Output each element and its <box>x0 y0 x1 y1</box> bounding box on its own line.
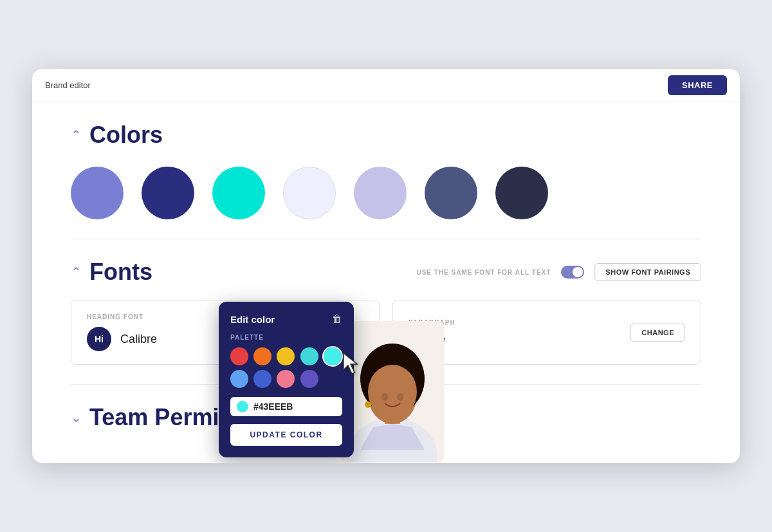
popup-header: Edit color 🗑 <box>230 313 342 325</box>
palette-dot-5[interactable] <box>230 370 248 388</box>
brand-editor-window: Brand editor SHARE ⌃ Colors ⌃ Fonts <box>32 69 740 463</box>
colors-row <box>71 167 701 219</box>
heading-font-icon: Hi <box>87 327 111 351</box>
palette-grid <box>230 347 342 388</box>
palette-dot-4[interactable] <box>324 347 342 365</box>
color-circle-navy[interactable] <box>142 167 194 219</box>
fonts-header-row: ⌃ Fonts USE THE SAME FONT FOR ALL TEXT S… <box>71 259 701 286</box>
team-chevron[interactable]: ⌄ <box>71 410 82 425</box>
palette-dot-1[interactable] <box>253 347 271 365</box>
palette-dot-7[interactable] <box>277 370 295 388</box>
heading-font-card-content: HEADING FONT Hi Calibre <box>87 313 157 351</box>
same-font-toggle[interactable] <box>561 266 584 279</box>
palette-dot-2[interactable] <box>277 347 295 365</box>
same-font-label: USE THE SAME FONT FOR ALL TEXT <box>416 269 551 276</box>
color-circle-purple-light[interactable] <box>71 167 124 219</box>
svg-point-6 <box>381 393 388 401</box>
colors-divider <box>71 239 701 239</box>
person-image <box>341 321 444 463</box>
heading-font-label: HEADING FONT <box>87 313 157 320</box>
color-circle-teal[interactable] <box>212 167 265 219</box>
heading-font-name: Calibre <box>120 333 157 346</box>
toggle-knob <box>573 267 583 277</box>
colors-chevron[interactable]: ⌃ <box>71 127 82 143</box>
paragraph-change-button[interactable]: CHANGE <box>630 324 685 342</box>
trash-icon[interactable]: 🗑 <box>332 313 342 325</box>
color-circle-lavender-light[interactable] <box>283 167 336 219</box>
color-circle-slate[interactable] <box>425 167 477 219</box>
color-input-row <box>230 397 342 416</box>
fonts-chevron[interactable]: ⌃ <box>71 264 82 280</box>
fonts-controls: USE THE SAME FONT FOR ALL TEXT SHOW FONT… <box>416 263 701 281</box>
color-preview-dot <box>237 401 248 412</box>
app-title: Brand editor <box>45 80 91 90</box>
colors-section-header: ⌃ Colors <box>71 122 701 149</box>
svg-point-8 <box>365 401 371 408</box>
palette-dot-8[interactable] <box>300 370 318 388</box>
main-content: ⌃ Colors ⌃ Fonts USE THE SAME FONT FOR A… <box>32 102 740 463</box>
palette-label: PALETTE <box>230 334 342 341</box>
color-circle-dark-navy[interactable] <box>495 167 548 219</box>
svg-point-5 <box>368 365 417 419</box>
popup-title: Edit color <box>230 314 275 325</box>
update-color-button[interactable]: UPDATE COLOR <box>230 424 342 446</box>
share-button[interactable]: SHARE <box>668 75 727 95</box>
color-circle-lavender[interactable] <box>354 167 407 219</box>
palette-dot-3[interactable] <box>300 347 318 365</box>
palette-dot-6[interactable] <box>253 370 271 388</box>
hex-input[interactable] <box>253 401 336 412</box>
palette-dot-0[interactable] <box>230 347 248 365</box>
svg-point-7 <box>397 393 403 401</box>
edit-color-popup: Edit color 🗑 PALETTE UPDATE COLOR <box>219 302 354 457</box>
titlebar: Brand editor SHARE <box>32 69 740 102</box>
heading-font-row: Hi Calibre <box>87 327 157 351</box>
fonts-section-title: Fonts <box>89 259 152 286</box>
show-font-pairings-button[interactable]: SHOW FONT PAIRINGS <box>594 263 701 281</box>
colors-section-title: Colors <box>89 122 163 149</box>
fonts-section-header: ⌃ Fonts <box>71 259 152 286</box>
